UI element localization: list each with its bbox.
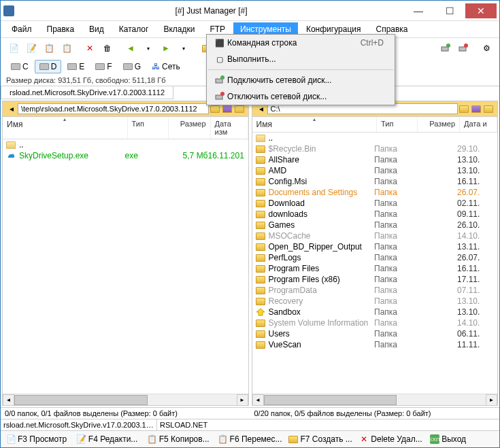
dd-disconnect-drive[interactable]: Отключить сетевой диск... (207, 88, 395, 105)
file-date: 14.10. (457, 231, 495, 241)
history-icon[interactable] (470, 103, 482, 115)
file-row[interactable]: DownloadПапка02.11. (252, 198, 498, 209)
dd-run[interactable]: ▢ Выполнить... (207, 51, 395, 67)
settings-icon[interactable]: ⚙ (479, 41, 494, 56)
col-size[interactable]: Размер (169, 117, 211, 139)
fav-icon[interactable] (458, 103, 470, 115)
copy-icon: 📋 (148, 434, 157, 444)
command-row: rsload.net.Microsoft.SkyDrive.v17.0.2003… (1, 419, 499, 430)
path-input-left[interactable]: \temp\rsload.net.Microsoft.SkyDrive.v17.… (18, 103, 209, 114)
file-row[interactable]: AMDПапка13.10. (252, 165, 498, 176)
drive-c[interactable]: C (6, 60, 33, 73)
column-headers-right: ▴Имя Тип Размер Дата и (252, 117, 498, 133)
file-row[interactable]: SandboxПапка13.10. (252, 307, 498, 317)
scroll-left-icon[interactable]: ◄ (3, 394, 14, 406)
file-row[interactable]: .. (3, 139, 248, 150)
drive-e[interactable]: E (63, 60, 89, 73)
file-row[interactable]: downloadsПапка09.11. (252, 209, 498, 220)
menu-edit[interactable]: Правка (40, 22, 82, 36)
drive-d[interactable]: D (35, 60, 62, 73)
file-icon (255, 307, 266, 317)
new-file-icon[interactable]: 📄 (6, 41, 21, 56)
file-row[interactable]: Program FilesПапка16.11. (252, 263, 498, 274)
drive-disconnect-icon[interactable] (456, 41, 471, 56)
file-date: 26.10. (457, 220, 495, 230)
file-row[interactable]: System Volume InformationПапка14.10. (252, 317, 498, 328)
f4-edit[interactable]: 📝F4 Редакти... (74, 433, 144, 445)
scroll-left-icon[interactable]: ◄ (252, 394, 264, 406)
dd-command-line[interactable]: ⬛ Командная строка Ctrl+D (207, 35, 395, 51)
f3-view[interactable]: 📄F3 Просмотр (3, 433, 73, 445)
f5-copy[interactable]: 📋F5 Копиров... (145, 433, 214, 445)
file-row[interactable]: VueScanПапка11.11. (252, 339, 498, 350)
file-row[interactable]: PerfLogsПапка26.07. (252, 252, 498, 263)
delete-icon[interactable]: ✕ (82, 41, 97, 56)
menu-file[interactable]: Файл (5, 22, 39, 36)
file-row[interactable]: AllShareПапка13.10. (252, 154, 498, 165)
path-prefix-icon[interactable]: ◂ (5, 103, 18, 115)
back-menu-icon[interactable]: ▾ (141, 41, 156, 56)
file-icon (5, 140, 16, 150)
hscroll-left[interactable]: ◄ ► (3, 394, 248, 405)
edit-icon[interactable]: 📝 (24, 41, 39, 56)
delete-key[interactable]: ✕Delete Удал... (356, 433, 426, 445)
close-button[interactable]: ✕ (465, 3, 497, 18)
exit-key[interactable]: EXITВыход (427, 433, 497, 445)
drive-connect-icon[interactable] (438, 41, 453, 56)
file-row[interactable]: .. (252, 133, 498, 143)
file-row[interactable]: UsersПапка06.11. (252, 328, 498, 339)
f7-create[interactable]: F7 Создать ... (286, 433, 355, 445)
move-icon[interactable]: 📋 (59, 41, 74, 56)
drive-f[interactable]: F (90, 60, 116, 73)
forward-icon[interactable]: ► (159, 41, 173, 56)
col-type[interactable]: Тип (128, 117, 169, 139)
scroll-right-icon[interactable]: ► (486, 394, 497, 406)
tab-left[interactable]: rsload.net.Microsoft.SkyDrive.v17.0.2003… (1, 86, 173, 99)
command-input[interactable] (157, 419, 499, 430)
drive-network[interactable]: 🖧Сеть (147, 60, 185, 73)
trash-icon[interactable]: 🗑 (100, 41, 115, 56)
col-type[interactable]: Тип (377, 117, 418, 132)
file-icon (255, 296, 266, 306)
file-row[interactable]: Program Files (x86)Папка17.11. (252, 274, 498, 285)
col-date[interactable]: Дата изм (211, 117, 248, 139)
col-date[interactable]: Дата и (460, 117, 497, 132)
file-row[interactable]: ProgramDataПапка07.11. (252, 285, 498, 296)
file-row[interactable]: $Recycle.BinПапка29.10. (252, 143, 498, 154)
menu-tabs[interactable]: Вкладки (156, 22, 201, 36)
menu-catalog[interactable]: Каталог (112, 22, 156, 36)
col-name[interactable]: ▴Имя (252, 117, 378, 132)
file-type: Папка (374, 231, 415, 241)
file-row[interactable]: MSOCacheПапка14.10. (252, 230, 498, 241)
file-name: Sandbox (269, 307, 375, 317)
forward-menu-icon[interactable]: ▾ (176, 41, 191, 56)
svg-point-3 (220, 92, 224, 96)
copy-icon[interactable]: 📋 (41, 41, 56, 56)
file-row[interactable]: Open_BD_Ripper_OutputПапка13.11. (252, 241, 498, 252)
menu-view[interactable]: Вид (82, 22, 111, 36)
f6-move[interactable]: 📋F6 Перемес... (216, 433, 285, 445)
file-row[interactable]: Config.MsiПапка16.11. (252, 176, 498, 187)
col-name[interactable]: ▴Имя (3, 117, 128, 139)
file-type: Папка (374, 329, 415, 339)
file-name: AllShare (269, 155, 375, 165)
file-row[interactable]: RecoveryПапка13.10. (252, 296, 498, 307)
maximize-button[interactable]: ☐ (434, 3, 465, 18)
file-list-right[interactable]: ..$Recycle.BinПапка29.10.AllShareПапка13… (252, 133, 498, 394)
file-name: MSOCache (269, 231, 375, 241)
file-list-left[interactable]: ..SkyDriveSetup.exeexe5,7 Мб16.11.201 (3, 139, 248, 394)
file-row[interactable]: SkyDriveSetup.exeexe5,7 Мб16.11.201 (3, 150, 248, 161)
minimize-button[interactable]: — (403, 3, 434, 18)
scroll-right-icon[interactable]: ► (237, 394, 248, 406)
file-row[interactable]: Documents and SettingsПапка26.07. (252, 187, 498, 198)
dd-connect-drive[interactable]: Подключить сетевой диск... (207, 72, 395, 88)
col-size[interactable]: Размер (418, 117, 460, 132)
drive-g[interactable]: G (118, 60, 146, 73)
up-icon[interactable] (482, 103, 495, 115)
file-date: 14.10. (457, 318, 495, 328)
back-icon[interactable]: ◄ (123, 41, 138, 56)
file-date: 26.07. (457, 188, 495, 197)
file-date: 13.10. (457, 155, 495, 165)
hscroll-right[interactable]: ◄ ► (252, 394, 498, 405)
file-row[interactable]: GamesПапка26.10. (252, 220, 498, 230)
